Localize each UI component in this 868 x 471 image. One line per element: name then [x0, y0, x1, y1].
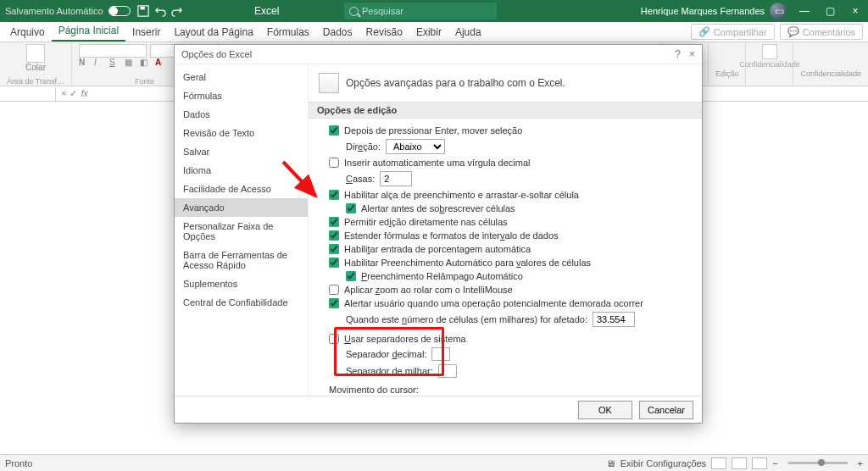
checkbox-zoom-mouse[interactable] — [329, 285, 339, 295]
font-size-combo[interactable] — [150, 44, 175, 58]
ribbon-display-icon[interactable]: ▭ — [766, 0, 792, 22]
checkbox-enter[interactable] — [329, 125, 339, 136]
checkbox-porcent[interactable] — [329, 244, 339, 254]
share-button[interactable]: 🔗 Compartilhar — [691, 24, 775, 40]
opt-logica[interactable]: Lógica — [329, 395, 688, 396]
underline-button[interactable]: S — [109, 58, 121, 69]
zoom-out-button[interactable]: − — [772, 458, 777, 468]
name-box[interactable] — [0, 87, 56, 101]
ribbon-tabs: Arquivo Página Inicial Inserir Layout da… — [0, 22, 868, 42]
input-num-celulas[interactable] — [593, 312, 635, 327]
save-icon[interactable] — [137, 5, 149, 17]
nav-item-idioma[interactable]: Idioma — [175, 161, 308, 180]
opt-preench[interactable]: Habilitar Preenchimento Automático para … — [329, 256, 688, 269]
checkbox-alerta-sobre[interactable] — [346, 203, 356, 213]
input-casas[interactable] — [380, 171, 412, 186]
dialog-content[interactable]: Opções avançadas para o trabalho com o E… — [309, 64, 702, 396]
accept-entry-icon[interactable]: ✓ — [70, 88, 77, 99]
opt-mov-cursor-label: Movimento do cursor: — [329, 383, 688, 395]
nav-item-salvar[interactable]: Salvar — [175, 142, 308, 161]
maximize-icon[interactable]: ▢ — [817, 0, 843, 22]
tab-layout[interactable]: Layout da Página — [167, 23, 259, 42]
status-ready: Pronto — [5, 458, 32, 468]
view-page-layout-icon[interactable] — [732, 457, 747, 469]
app-name: Excel — [254, 5, 279, 17]
zoom-slider[interactable] — [788, 462, 848, 464]
font-name-combo[interactable] — [79, 44, 147, 58]
font-color-button[interactable]: A — [155, 58, 167, 69]
nav-item-suplementos[interactable]: Suplementos — [175, 274, 308, 293]
toggle-switch-icon — [108, 6, 131, 16]
tab-formulas[interactable]: Fórmulas — [260, 23, 316, 42]
opt-alca[interactable]: Habilitar alça de preenchimento e arrast… — [329, 188, 688, 202]
checkbox-preench[interactable] — [329, 258, 339, 268]
view-page-break-icon[interactable] — [752, 457, 767, 469]
nav-item-formulas[interactable]: Fórmulas — [175, 86, 308, 105]
opt-alerta-sobre[interactable]: Alertar antes de sobrescrever células — [329, 202, 688, 215]
opt-enter[interactable]: Depois de pressionar Enter, mover seleçã… — [329, 124, 688, 137]
display-settings-label[interactable]: Exibir Configurações — [620, 458, 707, 468]
opt-relampago-label: Preenchimento Relâmpago Automático — [361, 271, 523, 281]
nav-item-faixa[interactable]: Personalizar Faixa de Opções — [175, 217, 308, 246]
bold-button[interactable]: N — [79, 58, 91, 69]
opt-virgula[interactable]: Inserir automaticamente uma vírgula deci… — [329, 156, 688, 169]
tab-ajuda[interactable]: Ajuda — [448, 23, 488, 42]
nav-item-facilidade[interactable]: Facilidade de Acesso — [175, 180, 308, 198]
opt-alerta-op-label: Alertar usuário quando uma operação pote… — [344, 298, 643, 308]
select-direcao[interactable]: Abaixo — [386, 139, 445, 154]
tab-exibir[interactable]: Exibir — [409, 23, 448, 42]
opt-editar-celula[interactable]: Permitir edição diretamente nas células — [329, 215, 688, 229]
tab-pagina-inicial[interactable]: Página Inicial — [52, 21, 125, 42]
sensitivity-icon — [762, 44, 777, 59]
checkbox-alerta-op[interactable] — [329, 298, 339, 308]
nav-item-geral[interactable]: Geral — [175, 68, 308, 86]
dialog-close-icon[interactable]: × — [689, 48, 695, 60]
display-settings-icon[interactable]: 🖥 — [606, 458, 615, 468]
nav-item-avancado[interactable]: Avançado — [175, 198, 308, 217]
opt-estender[interactable]: Estender fórmulas e formatos de interval… — [329, 229, 688, 242]
checkbox-estender[interactable] — [329, 230, 339, 241]
view-normal-icon[interactable] — [711, 457, 726, 469]
opt-zoom-mouse[interactable]: Aplicar zoom ao rolar com o IntelliMouse — [329, 283, 688, 296]
nav-item-dados[interactable]: Dados — [175, 105, 308, 124]
checkbox-alca[interactable] — [329, 190, 339, 200]
dialog-help-icon[interactable]: ? — [675, 48, 681, 60]
minimize-icon[interactable]: — — [792, 0, 817, 22]
fill-color-button[interactable]: ◧ — [140, 58, 152, 69]
nav-item-revisao[interactable]: Revisão de Texto — [175, 124, 308, 142]
paste-button[interactable]: Colar — [7, 44, 64, 72]
options-dialog: Opções do Excel ? × Geral Fórmulas Dados… — [174, 44, 703, 424]
cancel-button[interactable]: Cancelar — [639, 401, 693, 419]
autosave-toggle[interactable]: Salvamento Automático — [5, 6, 131, 16]
tab-dados[interactable]: Dados — [316, 23, 359, 42]
tab-inserir[interactable]: Inserir — [125, 23, 167, 42]
ok-button[interactable]: OK — [578, 401, 632, 419]
tab-revisao[interactable]: Revisão — [359, 23, 409, 42]
nav-item-barra[interactable]: Barra de Ferramentas de Acesso Rápido — [175, 246, 308, 274]
zoom-in-button[interactable]: + — [858, 458, 863, 468]
sensitivity-button[interactable]: Confidencialidade — [746, 42, 793, 86]
undo-icon[interactable] — [154, 5, 166, 17]
nav-item-confiabilidade[interactable]: Central de Confiabilidade — [175, 293, 308, 312]
opt-alerta-num-label: Quando este número de células (em milhar… — [346, 314, 587, 324]
fx-icon[interactable]: fx — [81, 88, 88, 99]
opt-alerta-op[interactable]: Alertar usuário quando uma operação pote… — [329, 296, 688, 310]
close-icon[interactable]: × — [843, 0, 868, 22]
checkbox-editar-celula[interactable] — [329, 217, 339, 227]
opt-editar-celula-label: Permitir edição diretamente nas células — [344, 217, 508, 227]
opt-alca-label: Habilitar alça de preenchimento e arrast… — [344, 190, 579, 200]
opt-relampago[interactable]: Preenchimento Relâmpago Automático — [329, 269, 688, 283]
comments-button[interactable]: 💬 Comentários — [780, 24, 863, 40]
checkbox-virgula[interactable] — [329, 158, 339, 168]
tab-arquivo[interactable]: Arquivo — [3, 23, 52, 42]
italic-button[interactable]: I — [94, 58, 106, 69]
redo-icon[interactable] — [171, 5, 183, 17]
opt-zoom-mouse-label: Aplicar zoom ao rolar com o IntelliMouse — [344, 285, 513, 295]
cancel-entry-icon[interactable]: × — [61, 88, 66, 99]
opt-porcent[interactable]: Habilitar entrada de porcentagem automát… — [329, 242, 688, 256]
status-bar: Pronto 🖥 Exibir Configurações − + — [0, 454, 868, 471]
user-account[interactable]: Henrique Marques Fernandes — [641, 3, 787, 19]
search-box[interactable]: Pesquisar — [344, 3, 497, 19]
checkbox-relampago[interactable] — [346, 271, 356, 281]
border-button[interactable]: ▦ — [125, 58, 136, 69]
